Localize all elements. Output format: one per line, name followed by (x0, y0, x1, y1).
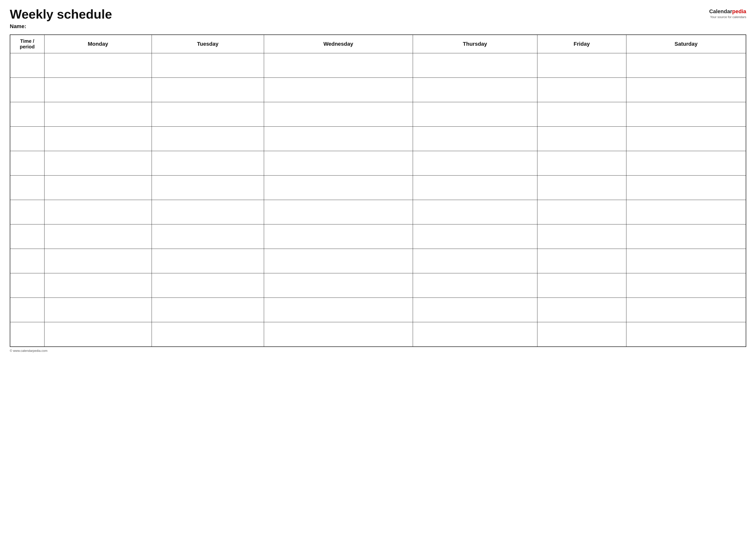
schedule-cell[interactable] (44, 78, 152, 102)
logo-text: Calendarpedia (709, 8, 746, 15)
time-cell[interactable] (10, 78, 44, 102)
schedule-cell[interactable] (413, 78, 537, 102)
col-header-thursday: Thursday (413, 35, 537, 53)
schedule-cell[interactable] (44, 322, 152, 347)
col-header-tuesday: Tuesday (152, 35, 264, 53)
time-cell[interactable] (10, 102, 44, 127)
schedule-cell[interactable] (626, 273, 746, 298)
col-header-monday: Monday (44, 35, 152, 53)
table-row (10, 249, 746, 273)
schedule-table: Time / period Monday Tuesday Wednesday T… (10, 35, 746, 347)
table-row (10, 322, 746, 347)
schedule-cell[interactable] (537, 298, 626, 322)
schedule-cell[interactable] (152, 78, 264, 102)
schedule-cell[interactable] (44, 298, 152, 322)
logo-section: Calendarpedia Your source for calendars (709, 7, 746, 19)
schedule-cell[interactable] (44, 151, 152, 175)
schedule-cell[interactable] (264, 127, 413, 151)
schedule-cell[interactable] (537, 102, 626, 127)
schedule-cell[interactable] (44, 127, 152, 151)
schedule-cell[interactable] (44, 200, 152, 224)
schedule-cell[interactable] (537, 151, 626, 175)
schedule-cell[interactable] (44, 53, 152, 78)
schedule-cell[interactable] (264, 175, 413, 200)
name-label: Name: (10, 23, 112, 30)
schedule-cell[interactable] (264, 151, 413, 175)
schedule-cell[interactable] (44, 102, 152, 127)
schedule-cell[interactable] (537, 249, 626, 273)
time-cell[interactable] (10, 224, 44, 249)
schedule-cell[interactable] (152, 151, 264, 175)
table-header-row: Time / period Monday Tuesday Wednesday T… (10, 35, 746, 53)
time-cell[interactable] (10, 200, 44, 224)
schedule-cell[interactable] (413, 127, 537, 151)
schedule-cell[interactable] (152, 175, 264, 200)
schedule-cell[interactable] (152, 298, 264, 322)
col-header-wednesday: Wednesday (264, 35, 413, 53)
logo-part1: Calendar (709, 8, 732, 14)
schedule-cell[interactable] (537, 127, 626, 151)
schedule-cell[interactable] (44, 273, 152, 298)
schedule-cell[interactable] (152, 224, 264, 249)
schedule-cell[interactable] (537, 273, 626, 298)
schedule-cell[interactable] (152, 127, 264, 151)
schedule-cell[interactable] (152, 249, 264, 273)
time-cell[interactable] (10, 175, 44, 200)
schedule-cell[interactable] (152, 102, 264, 127)
schedule-cell[interactable] (537, 78, 626, 102)
schedule-cell[interactable] (413, 175, 537, 200)
schedule-cell[interactable] (413, 249, 537, 273)
schedule-cell[interactable] (264, 249, 413, 273)
time-cell[interactable] (10, 249, 44, 273)
schedule-cell[interactable] (264, 322, 413, 347)
time-cell[interactable] (10, 322, 44, 347)
schedule-cell[interactable] (413, 322, 537, 347)
schedule-cell[interactable] (626, 322, 746, 347)
schedule-cell[interactable] (413, 53, 537, 78)
table-row (10, 273, 746, 298)
schedule-cell[interactable] (264, 298, 413, 322)
schedule-cell[interactable] (413, 273, 537, 298)
schedule-cell[interactable] (413, 224, 537, 249)
schedule-cell[interactable] (626, 102, 746, 127)
page-header: Weekly schedule Name: Calendarpedia Your… (10, 7, 746, 30)
schedule-cell[interactable] (626, 53, 746, 78)
schedule-cell[interactable] (626, 151, 746, 175)
time-cell[interactable] (10, 298, 44, 322)
schedule-cell[interactable] (264, 200, 413, 224)
schedule-cell[interactable] (626, 224, 746, 249)
schedule-cell[interactable] (152, 53, 264, 78)
schedule-cell[interactable] (537, 322, 626, 347)
time-cell[interactable] (10, 151, 44, 175)
schedule-cell[interactable] (626, 298, 746, 322)
title-section: Weekly schedule Name: (10, 7, 112, 30)
schedule-cell[interactable] (626, 249, 746, 273)
schedule-cell[interactable] (44, 249, 152, 273)
schedule-cell[interactable] (626, 175, 746, 200)
table-row (10, 175, 746, 200)
schedule-cell[interactable] (413, 298, 537, 322)
schedule-cell[interactable] (626, 78, 746, 102)
schedule-cell[interactable] (413, 151, 537, 175)
time-cell[interactable] (10, 127, 44, 151)
schedule-cell[interactable] (626, 200, 746, 224)
schedule-cell[interactable] (152, 200, 264, 224)
schedule-cell[interactable] (264, 102, 413, 127)
time-cell[interactable] (10, 53, 44, 78)
schedule-cell[interactable] (264, 224, 413, 249)
schedule-cell[interactable] (44, 175, 152, 200)
schedule-cell[interactable] (152, 273, 264, 298)
schedule-cell[interactable] (413, 102, 537, 127)
schedule-cell[interactable] (537, 224, 626, 249)
time-cell[interactable] (10, 273, 44, 298)
schedule-cell[interactable] (152, 322, 264, 347)
schedule-cell[interactable] (264, 273, 413, 298)
schedule-cell[interactable] (626, 127, 746, 151)
schedule-cell[interactable] (537, 200, 626, 224)
schedule-cell[interactable] (537, 53, 626, 78)
schedule-cell[interactable] (413, 200, 537, 224)
schedule-cell[interactable] (537, 175, 626, 200)
schedule-cell[interactable] (264, 78, 413, 102)
schedule-cell[interactable] (44, 224, 152, 249)
schedule-cell[interactable] (264, 53, 413, 78)
